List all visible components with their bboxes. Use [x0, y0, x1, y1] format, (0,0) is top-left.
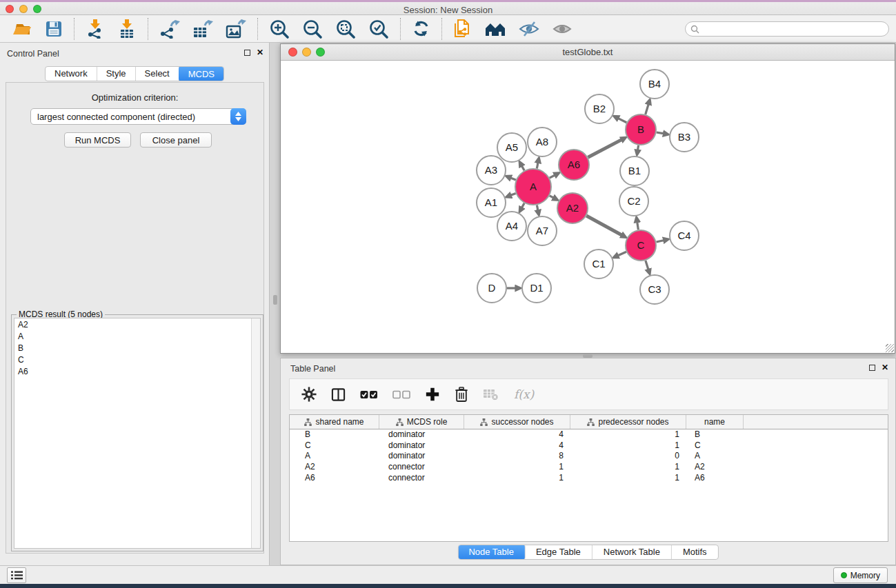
resize-grip[interactable] [886, 344, 894, 352]
edge-A-A5[interactable] [522, 166, 524, 170]
export-table-button[interactable] [186, 18, 219, 40]
mcds-result-item[interactable]: A6 [14, 365, 260, 377]
edge-A-A8[interactable] [537, 163, 538, 168]
import-table-button[interactable] [111, 17, 143, 40]
float-panel-button[interactable] [244, 50, 250, 56]
add-column-button[interactable] [425, 387, 440, 402]
node-A5[interactable]: A5 [497, 133, 526, 162]
node-A8[interactable]: A8 [528, 128, 557, 156]
column-header-predecessor-nodes[interactable]: predecessor nodes [570, 415, 686, 429]
network-window-titlebar[interactable]: testGlobe.txt [281, 44, 895, 61]
node-C[interactable]: C [626, 230, 656, 261]
zoom-in-button[interactable] [263, 17, 296, 41]
memory-button[interactable]: Memory [833, 567, 888, 583]
tab-select[interactable]: Select [136, 67, 179, 81]
edge-A-A2[interactable] [550, 196, 553, 198]
houses-button[interactable] [478, 19, 512, 39]
tab-network[interactable]: Network [46, 67, 97, 81]
table-row[interactable]: A6connector11A6 [290, 473, 888, 484]
zoom-out-button[interactable] [296, 17, 329, 41]
edge-A-A7[interactable] [537, 205, 537, 210]
tab-mcds[interactable]: MCDS [179, 66, 224, 81]
table-cell[interactable]: A [290, 451, 379, 462]
edge-C-C3[interactable] [646, 261, 648, 269]
column-header-shared-name[interactable]: shared name [290, 415, 379, 429]
mcds-result-item[interactable]: B [14, 342, 260, 354]
node-C2[interactable]: C2 [619, 187, 648, 216]
table-row[interactable]: Cdominator41C [290, 440, 888, 452]
export-image-button[interactable] [219, 18, 252, 40]
edge-C-C2[interactable] [637, 223, 639, 230]
delete-column-button[interactable] [455, 386, 468, 403]
table-cell[interactable]: B [686, 429, 744, 440]
node-C4[interactable]: C4 [670, 221, 699, 250]
vertical-splitter-grip[interactable] [273, 295, 277, 305]
tab-edge-table[interactable]: Edge Table [525, 545, 593, 559]
eye-slash-button[interactable] [512, 19, 546, 39]
table-cell[interactable]: A2 [686, 462, 744, 473]
table-cell[interactable]: A6 [290, 473, 379, 484]
node-D[interactable]: D [477, 274, 506, 303]
node-B3[interactable]: B3 [670, 123, 699, 152]
node-B4[interactable]: B4 [640, 70, 669, 99]
node-B2[interactable]: B2 [585, 94, 614, 123]
search-input[interactable] [702, 23, 888, 35]
delete-table-button[interactable] [483, 388, 499, 401]
table-cell[interactable]: C [290, 440, 379, 452]
table-cell[interactable]: dominator [379, 451, 464, 462]
node-B[interactable]: B [626, 114, 656, 145]
node-A[interactable]: A [515, 169, 551, 205]
table-cell[interactable]: 1 [464, 473, 570, 484]
table-cell[interactable]: 1 [570, 462, 686, 473]
edge-A-A4[interactable] [522, 203, 524, 207]
function-builder-button[interactable]: f(x) [514, 387, 534, 401]
zoom-selected-button[interactable] [362, 17, 395, 41]
tab-motifs[interactable]: Motifs [672, 545, 718, 559]
open-file-button[interactable] [6, 18, 39, 39]
eye-button[interactable] [546, 19, 579, 39]
node-A2[interactable]: A2 [557, 193, 588, 223]
table-cell[interactable]: dominator [379, 429, 464, 440]
export-network-button[interactable] [153, 18, 186, 40]
node-A6[interactable]: A6 [559, 150, 589, 180]
table-cell[interactable]: 1 [464, 462, 570, 473]
network-canvas[interactable]: AA6A2BCA5A8A3A1A4A7B2B4B3B1C2C4C1C3DD1 [281, 61, 895, 353]
table-cell[interactable]: A6 [686, 473, 744, 484]
column-settings-button[interactable] [301, 387, 317, 402]
edge-A-A3[interactable] [511, 178, 516, 180]
save-session-button[interactable] [39, 19, 69, 39]
node-A7[interactable]: A7 [528, 216, 557, 245]
import-network-button[interactable] [79, 17, 111, 40]
column-header-MCDS-role[interactable]: MCDS role [379, 415, 464, 429]
table-row[interactable]: Bdominator41B [290, 429, 888, 440]
node-A3[interactable]: A3 [477, 156, 506, 185]
edge-B-B4[interactable] [646, 105, 648, 114]
tab-style[interactable]: Style [97, 67, 136, 81]
edge-C-C1[interactable] [618, 252, 626, 255]
table-cell[interactable]: connector [379, 462, 464, 473]
node-C1[interactable]: C1 [584, 250, 613, 278]
node-A1[interactable]: A1 [477, 188, 506, 217]
table-cell[interactable]: C [686, 440, 744, 452]
edge-B-B1[interactable] [638, 145, 639, 150]
table-row[interactable]: Adominator80A [290, 451, 888, 462]
node-A4[interactable]: A4 [497, 212, 526, 241]
node-C3[interactable]: C3 [640, 275, 669, 304]
table-cell[interactable]: 1 [570, 429, 686, 440]
table-cell[interactable]: 1 [570, 440, 686, 452]
table-cell[interactable]: A [686, 451, 744, 462]
table-cell[interactable]: 0 [570, 451, 686, 462]
edge-A2-C[interactable] [586, 216, 621, 235]
tab-node-table[interactable]: Node Table [457, 545, 526, 560]
node-B1[interactable]: B1 [620, 156, 649, 185]
float-table-panel-button[interactable] [869, 365, 875, 371]
task-history-button[interactable] [7, 567, 26, 583]
table-cell[interactable]: connector [379, 473, 464, 484]
zoom-fit-button[interactable] [329, 17, 362, 41]
table-row[interactable]: A2connector11A2 [290, 462, 888, 473]
mcds-result-item[interactable]: C [14, 354, 260, 365]
mcds-result-item[interactable]: A2 [14, 318, 260, 330]
table-cell[interactable]: dominator [379, 440, 464, 452]
close-panel-button-inner[interactable]: Close panel [140, 132, 212, 148]
table-cell[interactable]: A2 [290, 462, 379, 473]
